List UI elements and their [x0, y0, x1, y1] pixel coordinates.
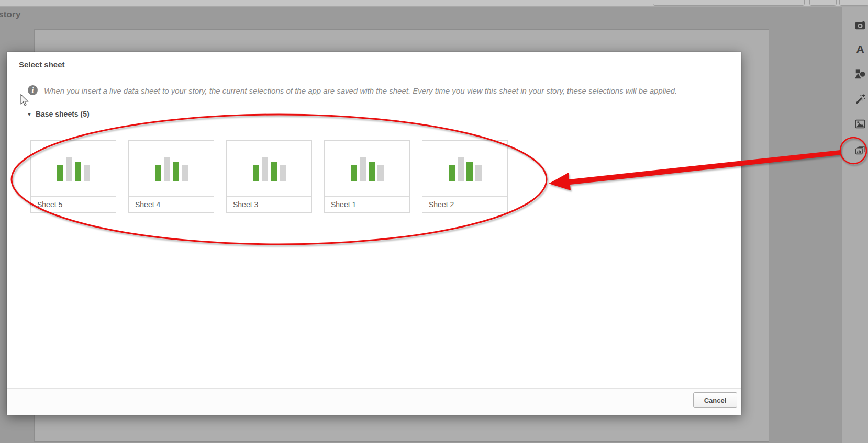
- sheet-thumbnail: [422, 141, 507, 197]
- top-toolbar-strip: [0, 0, 868, 7]
- sheet-card-label: Sheet 5: [31, 197, 116, 212]
- svg-text:A: A: [856, 43, 864, 55]
- dialog-title: Select sheet: [7, 52, 741, 78]
- cancel-button[interactable]: Cancel: [693, 392, 737, 408]
- sheet-card[interactable]: Sheet 3: [226, 140, 312, 213]
- bar-chart-icon: [253, 157, 286, 181]
- shapes-tool-icon[interactable]: [854, 69, 866, 80]
- sheet-card[interactable]: Sheet 4: [128, 140, 214, 213]
- live-data-sheet-chart-icon[interactable]: [854, 144, 866, 156]
- bar-chart-icon: [155, 157, 188, 181]
- base-sheets-section-toggle[interactable]: ▼ Base sheets (5): [27, 110, 90, 118]
- sheet-card-label: Sheet 1: [325, 197, 409, 212]
- sheet-thumbnail: [129, 141, 214, 197]
- text-tool-icon[interactable]: A: [854, 43, 866, 55]
- collapse-caret-icon: ▼: [27, 111, 32, 117]
- sheet-thumbnail: [227, 141, 311, 197]
- bar-chart-icon: [351, 157, 384, 181]
- bar-chart-icon: [57, 157, 90, 181]
- snapshot-camera-icon[interactable]: [854, 20, 866, 31]
- app-window: { "app": { "story_title_partial": "story…: [0, 0, 868, 443]
- toolbar-partial-button-1[interactable]: [653, 0, 805, 6]
- info-icon: i: [28, 85, 38, 95]
- bar-chart-icon: [449, 157, 482, 181]
- dialog-footer: Cancel: [7, 388, 741, 415]
- media-image-icon[interactable]: [854, 118, 866, 130]
- sheet-card[interactable]: Sheet 1: [324, 140, 410, 213]
- sheet-card[interactable]: Sheet 2: [422, 140, 508, 213]
- toolbar-partial-button-2[interactable]: [809, 0, 837, 6]
- dialog-header: Select sheet: [7, 52, 741, 78]
- info-banner: i When you insert a live data sheet to y…: [28, 85, 726, 96]
- sheet-card-label: Sheet 4: [129, 197, 214, 212]
- sheet-thumbnail: [31, 141, 116, 197]
- sheet-card[interactable]: Sheet 5: [30, 140, 116, 213]
- sheet-grid: Sheet 5Sheet 4Sheet 3Sheet 1Sheet 2: [30, 140, 520, 213]
- sheet-card-label: Sheet 3: [227, 197, 311, 212]
- select-sheet-dialog: Select sheet i When you insert a live da…: [7, 52, 741, 415]
- toolbar-partial-button-3[interactable]: [839, 0, 868, 6]
- sheet-thumbnail: [325, 141, 409, 197]
- sheet-card-label: Sheet 2: [422, 197, 507, 212]
- base-sheets-label: Base sheets (5): [36, 110, 90, 118]
- story-tools-sidebar: A: [841, 7, 868, 443]
- info-text: When you insert a live data sheet to you…: [44, 85, 677, 96]
- story-title: story: [0, 9, 21, 20]
- effects-wand-icon[interactable]: [854, 94, 866, 105]
